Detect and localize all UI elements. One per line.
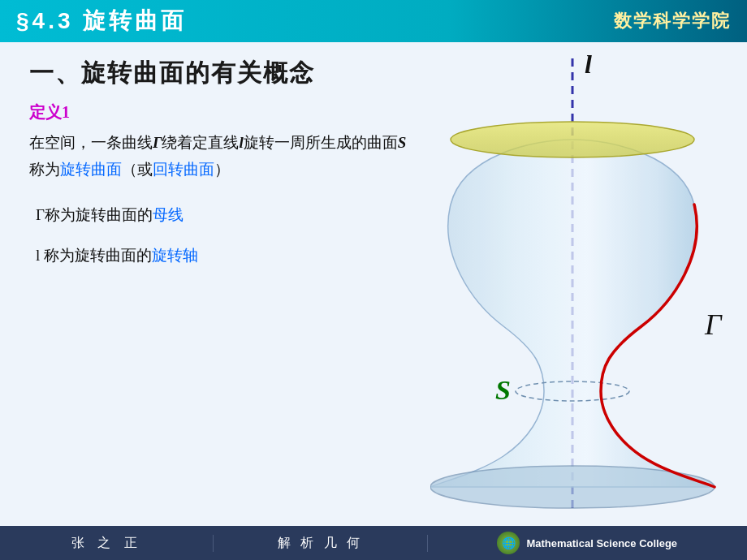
footer-college-right: 🌐 Mathematical Science College bbox=[428, 532, 747, 554]
revolution-surface-term: 回转曲面 bbox=[153, 161, 214, 178]
svg-text:Γ: Γ bbox=[704, 308, 723, 341]
def-text-1c: 旋转一周所生成的曲面 bbox=[244, 134, 398, 151]
def-text-1a: 在空间，一条曲线 bbox=[29, 134, 153, 151]
gamma-line: Γ称为旋转曲面的母线 bbox=[29, 205, 408, 226]
footer-author: 张 之 正 bbox=[0, 535, 214, 552]
def-gamma-var: Γ bbox=[153, 134, 162, 151]
college-logo-icon: 🌐 bbox=[497, 532, 520, 554]
def-s-var: S bbox=[398, 134, 407, 151]
def-text-1b: 绕着定直线 bbox=[162, 134, 239, 151]
header-college: 数学科学学院 bbox=[614, 9, 731, 33]
footer-book: 解 析 几 何 bbox=[214, 535, 427, 552]
rotation-axis-term: 旋转轴 bbox=[152, 247, 198, 264]
called-suffix: ） bbox=[214, 161, 230, 178]
header: §4.3 旋转曲面 数学科学学院 bbox=[0, 0, 747, 42]
svg-text:S: S bbox=[495, 375, 511, 405]
called-line: 称为旋转曲面（或回转曲面） bbox=[29, 159, 408, 180]
section-title: 一、旋转曲面的有关概念 bbox=[29, 57, 408, 90]
header-title: §4.3 旋转曲面 bbox=[16, 6, 187, 37]
rotation-surface-term: 旋转曲面 bbox=[60, 161, 122, 178]
mother-line-term: 母线 bbox=[153, 206, 184, 223]
definition-label: 定义1 bbox=[29, 101, 408, 123]
gamma-italic: Γ bbox=[36, 206, 45, 223]
svg-text:l: l bbox=[585, 50, 592, 79]
footer: 张 之 正 解 析 几 何 🌐 Mathematical Science Col… bbox=[0, 526, 747, 560]
illustration-svg: l Γ S bbox=[430, 42, 747, 526]
right-panel: l Γ S bbox=[430, 42, 747, 526]
called-mid: （或 bbox=[122, 161, 153, 178]
svg-point-1 bbox=[451, 122, 694, 157]
axis-line: l 称为旋转曲面的旋转轴 bbox=[29, 245, 408, 266]
gamma-text: 称为旋转曲面的 bbox=[45, 206, 153, 223]
called-prefix: 称为 bbox=[29, 161, 60, 178]
main-content: 一、旋转曲面的有关概念 定义1 在空间，一条曲线Γ绕着定直线l旋转一周所生成的曲… bbox=[0, 42, 747, 526]
left-panel: 一、旋转曲面的有关概念 定义1 在空间，一条曲线Γ绕着定直线l旋转一周所生成的曲… bbox=[0, 42, 430, 526]
definition-text-line1: 在空间，一条曲线Γ绕着定直线l旋转一周所生成的曲面S bbox=[29, 130, 408, 156]
footer-college-text: Mathematical Science College bbox=[526, 537, 677, 549]
axis-text: 称为旋转曲面的 bbox=[40, 247, 152, 264]
